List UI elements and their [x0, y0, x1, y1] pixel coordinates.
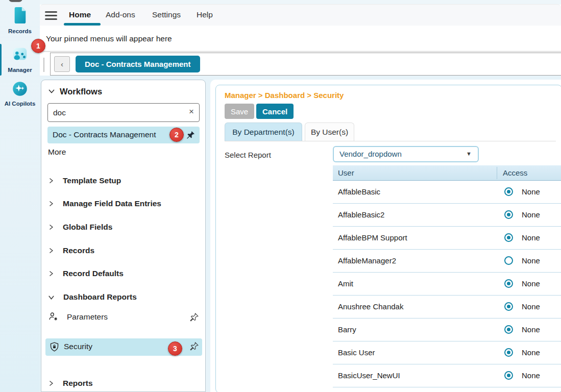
- annotation-badge-3: 3: [168, 341, 182, 356]
- annotation-badge-1: 1: [31, 39, 45, 53]
- table-row: AffableBasic None: [333, 181, 561, 204]
- workflow-search-box: ×: [47, 103, 200, 122]
- access-radio[interactable]: [504, 210, 513, 219]
- tab-scroll-divider: [43, 58, 44, 72]
- sidebar-item-label: AI Copilots: [0, 101, 40, 107]
- tree-item-template-setup[interactable]: Template Setup: [48, 175, 121, 186]
- workflow-tab-strip: ‹ Doc - Contracts Management: [50, 53, 561, 76]
- report-dropdown-value: Vendor_dropdown: [339, 150, 402, 158]
- tab-by-users[interactable]: By User(s): [305, 122, 354, 141]
- chevron-down-icon: [48, 88, 55, 95]
- tree-item-manage-field-data-entries[interactable]: Manage Field Data Entries: [48, 198, 161, 209]
- chevron-right-icon: [48, 224, 54, 230]
- tab-baseline: [225, 141, 556, 141]
- table-row: Amit None: [333, 273, 561, 296]
- pin-filled-icon[interactable]: [186, 130, 196, 140]
- pinned-menus-message: Your pinned menus will appear here: [46, 34, 172, 43]
- access-radio[interactable]: [504, 371, 513, 380]
- access-radio[interactable]: [504, 233, 513, 242]
- app-sidebar: Records Manager: [0, 0, 40, 392]
- tree-item-record-defaults[interactable]: Record Defaults: [48, 268, 124, 279]
- annotation-badge-2: 2: [169, 128, 184, 142]
- nav-item-settings[interactable]: Settings: [152, 10, 181, 19]
- access-radio[interactable]: [504, 256, 513, 265]
- sidebar-item-ai-copilots[interactable]: AI Copilots: [0, 81, 40, 107]
- sidebar-item-records[interactable]: Records: [0, 6, 40, 34]
- tree-item-reports[interactable]: Reports: [48, 378, 93, 389]
- tree-item-dashboard-reports[interactable]: Dashboard Reports: [48, 291, 137, 303]
- save-button[interactable]: Save: [225, 104, 254, 119]
- workflows-section-header[interactable]: Workflows: [48, 86, 102, 97]
- report-dropdown[interactable]: Vendor_dropdown ▼: [333, 146, 479, 162]
- security-settings-panel: Manager > Dashboard > Security Save Canc…: [210, 80, 561, 392]
- sidebar-item-label: Records: [0, 28, 40, 34]
- scroll-left-button[interactable]: ‹: [54, 56, 70, 72]
- access-radio[interactable]: [504, 187, 513, 196]
- workflow-search-input[interactable]: [53, 104, 181, 121]
- manager-icon: [11, 45, 29, 63]
- hamburger-menu-icon[interactable]: [45, 11, 57, 20]
- table-row: BasicUser_NewUI None: [333, 364, 561, 387]
- sidebar-item-label: Manager: [0, 67, 40, 73]
- tree-item-global-fields[interactable]: Global Fields: [48, 222, 112, 233]
- chevron-right-icon: [48, 271, 54, 277]
- table-row: AffableBasic2 None: [333, 204, 561, 227]
- nav-item-home[interactable]: Home: [69, 10, 91, 19]
- tree-item-parameters[interactable]: Parameters: [48, 311, 108, 322]
- access-radio[interactable]: [504, 325, 513, 334]
- chevron-right-icon: [48, 178, 54, 184]
- workflow-tab-doc-contracts-management[interactable]: Doc - Contracts Management: [76, 56, 200, 72]
- workflows-title: Workflows: [60, 87, 102, 96]
- parameters-icon: [48, 311, 59, 322]
- user-access-table: User Access AffableBasic None AffableBas…: [333, 165, 561, 387]
- ai-copilots-icon: [12, 81, 28, 97]
- cancel-button[interactable]: Cancel: [256, 104, 294, 119]
- table-row: Anushree Chandak None: [333, 296, 561, 318]
- tab-by-departments[interactable]: By Department(s): [225, 122, 302, 141]
- access-radio[interactable]: [504, 302, 513, 311]
- access-radio[interactable]: [504, 279, 513, 288]
- top-navigation: Home Add-ons Settings Help: [40, 4, 561, 26]
- chevron-down-icon: [48, 294, 55, 301]
- select-report-label: Select Report: [225, 151, 271, 159]
- column-divider: [497, 167, 497, 179]
- table-row: Basic User None: [333, 341, 561, 364]
- chevron-right-icon: [48, 248, 54, 254]
- table-row: Barry None: [333, 318, 561, 341]
- pin-outline-icon[interactable]: [189, 312, 199, 322]
- breadcrumb: Manager > Dashboard > Security: [225, 91, 344, 100]
- active-tab-underline: [64, 23, 101, 26]
- clear-search-icon[interactable]: ×: [189, 107, 194, 117]
- security-shield-icon: [49, 341, 60, 352]
- dropdown-arrow-icon: ▼: [466, 151, 472, 157]
- pin-outline-icon[interactable]: [189, 341, 199, 351]
- column-header-user: User: [338, 168, 354, 177]
- chevron-right-icon: [48, 201, 54, 207]
- access-radio[interactable]: [504, 348, 513, 357]
- more-link[interactable]: More: [48, 148, 66, 157]
- nav-item-add-ons[interactable]: Add-ons: [106, 10, 135, 19]
- nav-item-help[interactable]: Help: [197, 10, 213, 19]
- pinned-menus-bar: Your pinned menus will appear here: [40, 26, 561, 52]
- records-icon: [12, 6, 28, 24]
- table-row: AffableManager2 None: [333, 250, 561, 273]
- chevron-right-icon: [48, 380, 54, 386]
- tree-item-records[interactable]: Records: [48, 245, 94, 256]
- column-header-access: Access: [503, 168, 527, 177]
- table-row: AffableBPM Support None: [333, 227, 561, 250]
- table-header: User Access: [333, 165, 561, 181]
- app-logo: [9, 0, 22, 2]
